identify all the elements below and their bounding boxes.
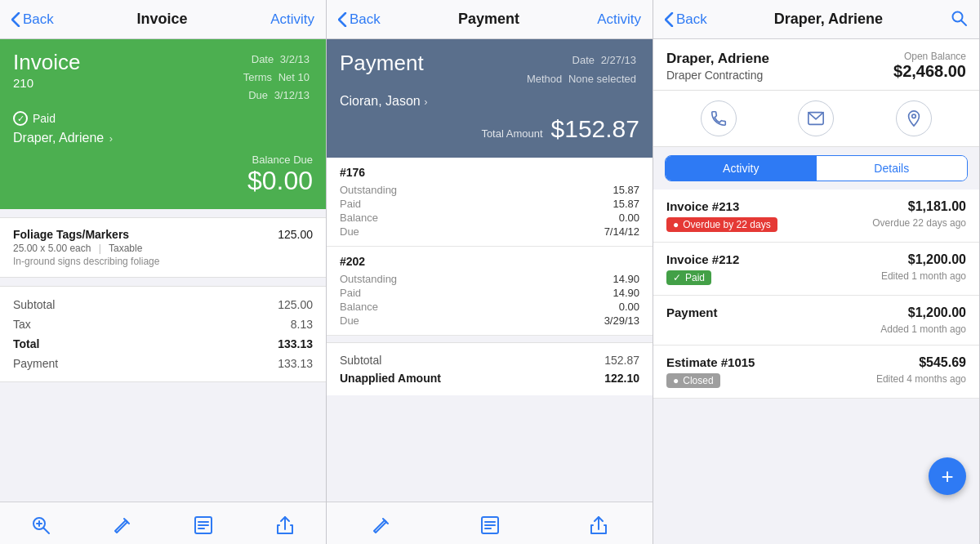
activity-item-payment[interactable]: Payment $1,200.00 Added 1 month ago (653, 296, 979, 346)
pay-subtotal-label: Subtotal (340, 354, 381, 367)
payment-nav-bar: Back Payment Activity (327, 0, 653, 39)
payment-nav-title: Payment (458, 11, 519, 28)
invoice-back-button[interactable]: Back (11, 11, 54, 28)
pay-subtotal-value: 152.87 (604, 354, 639, 367)
closed-icon: ● (673, 375, 679, 386)
payment-header-card: Payment Date 2/27/13 Method None selecte… (327, 39, 653, 158)
share-tab-button[interactable] (267, 511, 303, 540)
balance-val-202: 0.00 (604, 301, 639, 313)
pay-method-value: None selected (568, 73, 636, 85)
email-button[interactable] (798, 100, 834, 136)
payment-edit-button[interactable] (363, 511, 399, 540)
invoice-balance-block: Balance Due $0.00 (13, 154, 313, 196)
activity-item-213[interactable]: Invoice #213 ● Overdue by 22 days $1,181… (653, 190, 979, 243)
activity-title-212: Invoice #212 (666, 252, 739, 266)
balance-label-202: Balance (340, 301, 604, 313)
date-value: 3/2/13 (280, 53, 310, 65)
payment-subtotal-section: Subtotal 152.87 Unapplied Amount 122.10 (327, 342, 653, 395)
line-item-desc: In-ground signs describing foliage (13, 256, 159, 267)
invoice-status: ✓ Paid (13, 111, 313, 126)
balance-due-amount: $0.00 (13, 166, 313, 196)
location-button[interactable] (896, 100, 932, 136)
payment-back-button[interactable]: Back (338, 11, 381, 28)
fab-add-button[interactable]: + (929, 457, 966, 495)
subtotal-label: Subtotal (13, 298, 55, 311)
line-item-detail: 25.00 x 5.00 each | Taxable (13, 243, 159, 254)
invoice-header-card: Invoice 210 Date 3/2/13 Terms Net 10 Due… (0, 39, 326, 209)
payment-value: 133.13 (278, 357, 313, 370)
activity-amount-payment: $1,200.00 (880, 305, 966, 320)
pay-unapplied-value: 122.10 (604, 372, 639, 385)
svg-point-12 (953, 11, 963, 21)
activity-item-212[interactable]: Invoice #212 ✓ Paid $1,200.00 Edited 1 m… (653, 243, 979, 296)
terms-value: Net 10 (278, 71, 310, 83)
tax-row: Tax 8.13 (13, 314, 313, 334)
paid-check-icon: ✓ (13, 111, 28, 126)
payment-label: Payment (13, 357, 58, 370)
phone-button[interactable] (701, 100, 737, 136)
paid-text-212: Paid (685, 272, 705, 283)
closed-badge-1015: ● Closed (666, 373, 720, 388)
paid-icon: ✓ (673, 272, 681, 283)
activity-item-1015[interactable]: Estimate #1015 ● Closed $545.69 Edited 4… (653, 346, 979, 399)
invoice-customer[interactable]: Draper, Adriene › (13, 131, 313, 145)
payment-total-row: Total Amount $152.87 (340, 115, 639, 143)
outstanding-val-202: 14.90 (604, 273, 639, 285)
invoice-header-title: Invoice (13, 51, 80, 74)
due-val-202: 3/29/13 (604, 314, 639, 327)
pay-total-amount: $152.87 (551, 115, 639, 143)
customer-nav-title: Draper, Adriene (774, 11, 883, 28)
payment-back-label: Back (350, 11, 381, 28)
search-tab-button[interactable] (23, 511, 59, 540)
payment-list-button[interactable] (472, 511, 508, 540)
customer-back-button[interactable]: Back (665, 11, 707, 28)
paid-badge-212: ✓ Paid (666, 270, 711, 285)
pay-unapplied-row: Unapplied Amount 122.10 (340, 369, 639, 387)
total-row: Total 133.13 (13, 334, 313, 354)
subtotal-row: Subtotal 125.00 (13, 295, 313, 314)
activity-segment-button[interactable]: Activity (666, 156, 817, 181)
payment-activity-button[interactable]: Activity (597, 11, 641, 28)
payment-row: Payment 133.13 (13, 354, 313, 373)
payment-panel: Back Payment Activity Payment Date 2/27/… (327, 0, 653, 544)
list-tab-button[interactable] (185, 511, 221, 540)
customer-company: Draper Contracting (666, 69, 769, 82)
activity-amount-212: $1,200.00 (881, 252, 966, 267)
details-segment-button[interactable]: Details (817, 156, 968, 181)
overdue-icon: ● (673, 219, 679, 230)
total-value: 133.13 (278, 337, 313, 350)
pay-method-label: Method (527, 73, 562, 85)
payment-share-button[interactable] (581, 511, 617, 540)
line-item-tax: Taxable (109, 243, 142, 254)
balance-val-176: 0.00 (604, 212, 639, 224)
svg-line-1 (43, 528, 49, 533)
customer-search-button[interactable] (950, 9, 968, 30)
line-item-name: Foliage Tags/Markers (13, 228, 159, 241)
invoice-title: Invoice (136, 11, 187, 28)
overdue-text-213: Overdue by 22 days (683, 219, 770, 230)
activity-date-212: Edited 1 month ago (881, 270, 966, 282)
invoice-nav-bar: Back Invoice Activity (0, 0, 326, 39)
invoice-activity-button[interactable]: Activity (270, 11, 314, 28)
edit-tab-button[interactable] (105, 511, 140, 540)
activity-amount-1015: $545.69 (876, 355, 966, 370)
svg-point-15 (912, 114, 916, 118)
paid-val-202: 14.90 (604, 287, 639, 299)
activity-title-213: Invoice #213 (666, 199, 777, 213)
line-item-qty: 25.00 x 5.00 each (13, 243, 91, 254)
outstanding-label-202: Outstanding (340, 273, 604, 285)
outstanding-label-176: Outstanding (340, 184, 604, 196)
total-label: Total (13, 337, 39, 350)
invoice-176-id: #176 (340, 166, 639, 179)
invoice-status-label: Paid (33, 112, 56, 125)
due-val-176: 7/14/12 (604, 225, 639, 238)
payment-tab-bar (327, 502, 653, 544)
overdue-badge-213: ● Overdue by 22 days (666, 217, 777, 232)
pay-customer-chevron: › (424, 96, 427, 108)
invoice-number: 210 (13, 76, 80, 90)
activity-date-1015: Edited 4 months ago (876, 373, 966, 385)
activity-title-1015: Estimate #1015 (666, 355, 755, 369)
payment-customer[interactable]: Cioran, Jason › (340, 94, 639, 109)
customer-nav-bar: Back Draper, Adriene (653, 0, 979, 39)
customer-name: Draper, Adriene (666, 51, 769, 67)
